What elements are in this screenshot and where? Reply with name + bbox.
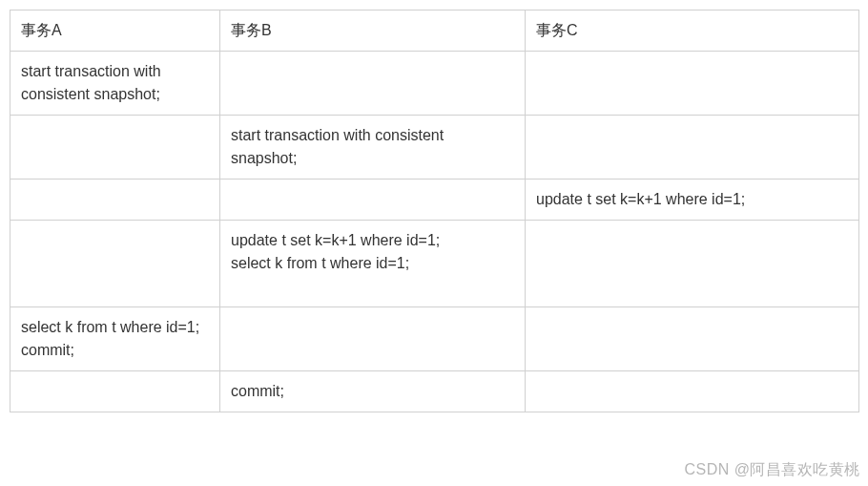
- cell-a: [10, 221, 220, 307]
- cell-c: [526, 116, 859, 180]
- header-transaction-a: 事务A: [10, 11, 220, 52]
- table-row: update t set k=k+1 where id=1; select k …: [10, 221, 859, 307]
- table-row: update t set k=k+1 where id=1;: [10, 180, 859, 221]
- cell-c: [526, 307, 859, 371]
- cell-a: [10, 180, 220, 221]
- table-row: select k from t where id=1; commit;: [10, 307, 859, 371]
- cell-a: [10, 371, 220, 412]
- cell-b: update t set k=k+1 where id=1; select k …: [220, 221, 526, 307]
- cell-c: [526, 371, 859, 412]
- cell-text-line: commit;: [21, 339, 209, 362]
- cell-a: select k from t where id=1; commit;: [10, 307, 220, 371]
- cell-c: update t set k=k+1 where id=1;: [526, 180, 859, 221]
- cell-a: [10, 116, 220, 180]
- cell-c: [526, 221, 859, 307]
- header-transaction-b: 事务B: [220, 11, 526, 52]
- table-row: start transaction with consistent snapsh…: [10, 116, 859, 180]
- table-row: start transaction with consistent snapsh…: [10, 52, 859, 116]
- table-row: commit;: [10, 371, 859, 412]
- header-transaction-c: 事务C: [526, 11, 859, 52]
- cell-a: start transaction with consistent snapsh…: [10, 52, 220, 116]
- table-header-row: 事务A 事务B 事务C: [10, 11, 859, 52]
- cell-c: [526, 52, 859, 116]
- cell-b: [220, 307, 526, 371]
- cell-text-line: update t set k=k+1 where id=1;: [231, 229, 514, 252]
- transaction-table: 事务A 事务B 事务C start transaction with consi…: [10, 10, 859, 412]
- watermark-text: CSDN @阿昌喜欢吃黄桃: [684, 460, 860, 480]
- cell-text-line: select k from t where id=1;: [231, 252, 514, 275]
- cell-b: [220, 180, 526, 221]
- cell-text-line: select k from t where id=1;: [21, 316, 209, 339]
- cell-text-line: [231, 275, 514, 298]
- cell-b: start transaction with consistent snapsh…: [220, 116, 526, 180]
- cell-b: commit;: [220, 371, 526, 412]
- cell-b: [220, 52, 526, 116]
